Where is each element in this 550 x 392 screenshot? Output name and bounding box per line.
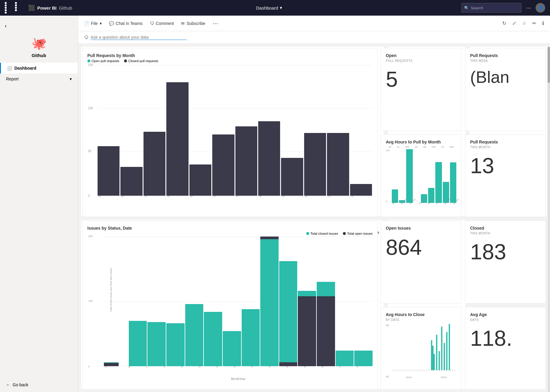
more-options-button[interactable]: ··· xyxy=(526,5,531,11)
issues-l-open-label: Total open issues xyxy=(347,232,373,235)
search-box[interactable]: 🔍 Search xyxy=(461,3,521,13)
pr-bar-mar xyxy=(258,121,280,196)
pr-yl-50: 50 xyxy=(88,149,91,153)
issues-l-closed-dot xyxy=(306,232,309,235)
avg-close-0k: 0K xyxy=(386,375,389,378)
issues-lxl-may19: May-2019 xyxy=(320,366,339,373)
qa-input[interactable] xyxy=(91,35,187,40)
issues-lb-may18 xyxy=(119,237,128,366)
pr-xl-dec: Dec-2019 xyxy=(189,196,213,203)
toolbar-more-icon[interactable]: ⋯ xyxy=(213,20,218,27)
bookmark-icon[interactable]: ☆ xyxy=(522,20,526,26)
avg-close-chart: 5K 0K xyxy=(386,324,456,384)
sidebar-item-report[interactable]: Report ▾ xyxy=(0,74,78,84)
avg-bar-sep xyxy=(399,149,405,203)
avg-hours-values: 52 11 204 33 58 155 79 153 xyxy=(386,146,456,148)
issues-lxl-nov18: Nov-2018 xyxy=(215,366,234,373)
pr-bar-aug xyxy=(98,146,119,196)
edit-icon[interactable]: ✏ xyxy=(532,20,536,26)
v-153: 153 xyxy=(449,146,453,148)
issues-lb-oct18 xyxy=(185,304,204,366)
pr-yl-150: 150 xyxy=(88,63,93,67)
issues-l-inner: 200 100 0 Total closed issues and Total … xyxy=(104,237,373,366)
issues-lxl-may18: May-2018 xyxy=(127,366,146,373)
issues-l-yl-100: 100 xyxy=(88,300,93,303)
pr-xl-feb: Feb-2020 xyxy=(235,196,258,203)
v-155: 155 xyxy=(431,146,435,148)
issues-lxl-jun19: Jun-2019 xyxy=(338,366,357,373)
issues-l-bars xyxy=(104,237,373,366)
avg-bar-feb xyxy=(435,149,442,203)
pr-bar-jan xyxy=(212,134,234,196)
avg-close-title: Avg Hours to Close xyxy=(386,312,456,317)
issues-lxl-apr19: Apr-2019 xyxy=(303,366,322,373)
refresh-icon[interactable]: ↻ xyxy=(502,20,506,26)
info-icon[interactable]: ℹ xyxy=(542,20,544,26)
avg-hours-bars xyxy=(392,149,456,203)
dashboard-dropdown[interactable]: Dashboard ▾ xyxy=(256,5,282,11)
dashboard-label: Dashboard xyxy=(256,5,278,11)
avg-bar-feb-fill xyxy=(435,162,442,203)
svg-rect-2 xyxy=(432,345,434,370)
issues-lb-nov18 xyxy=(204,312,222,366)
open-pr-r-subtitle: PULL REQUESTS xyxy=(386,59,456,62)
avg-bar-oct-fill xyxy=(406,149,412,203)
pr-yl-100: 100 xyxy=(88,107,93,110)
pr-bar-may xyxy=(304,133,326,196)
app-name: Power BI xyxy=(37,5,56,11)
legend-closed-pr: Closed pull requests xyxy=(124,59,158,63)
pr-month-value: 13 xyxy=(470,155,541,176)
vertical-scrollbar[interactable] xyxy=(548,47,550,392)
pr-bars-inner xyxy=(97,65,373,196)
sidebar-workspace-title: Github xyxy=(0,53,78,58)
sidebar-back-btn[interactable]: ← Go back xyxy=(0,378,78,392)
issues-left-legend: Total closed issues Total open issues xyxy=(87,232,373,235)
v-204: 204 xyxy=(405,146,409,148)
file-button[interactable]: 📄 File ▾ xyxy=(84,21,102,26)
search-placeholder: Search xyxy=(471,6,483,10)
qa-icon: 🗨 xyxy=(84,35,88,40)
expand-icon[interactable]: ⤢ xyxy=(512,20,516,26)
issues-lb-jul18 xyxy=(129,321,147,366)
v-33: 33 xyxy=(415,146,418,148)
comment-label: Comment xyxy=(156,21,174,26)
pr-chart-inner: 150 100 50 0 xyxy=(97,65,373,196)
scrollbar-thumb[interactable] xyxy=(548,47,550,83)
issues-lb-dec18 xyxy=(223,331,241,366)
app-grid-icon[interactable] xyxy=(5,2,25,14)
nav-right: 🔍 Search ··· 👤 xyxy=(461,3,545,13)
pr-week-r-subtitle: THIS WEEK xyxy=(470,59,541,62)
pr-xl-sep: Sep-2019 xyxy=(120,196,144,203)
sidebar-collapse-btn[interactable]: ‹ xyxy=(0,20,78,32)
pr-xl-nov: Nov-2019 xyxy=(166,196,189,203)
back-arrow-icon: ← xyxy=(6,382,10,387)
issues-lb-jul19 xyxy=(354,351,373,366)
pr-bar-jul xyxy=(350,184,372,196)
pr-bar-oct xyxy=(144,132,165,196)
avg-bar-dec xyxy=(421,149,427,203)
issues-lb-blank-o xyxy=(104,363,119,366)
issues-lxl-oct18: Oct-2018 xyxy=(198,366,216,373)
pr-week-r-title: Pull Requests xyxy=(470,53,541,58)
pr-xl-aug: Aug-2019 xyxy=(98,196,121,203)
pr-xl-jun: Jun-2020 xyxy=(327,196,350,203)
toolbar: 📄 File ▾ 💬 Chat in Teams 🗨 Comment ✉ Sub… xyxy=(78,16,550,31)
closed-pr-legend-dot xyxy=(124,59,127,62)
file-icon: 📄 xyxy=(84,21,89,26)
top-nav: ⬛ Power BI Github Dashboard ▾ 🔍 Search ·… xyxy=(0,0,550,16)
pr-xl-apr: Apr-2020 xyxy=(281,196,304,203)
avg-hours-pull-card: Avg Hours to Pull by Month 52 11 204 33 … xyxy=(381,134,461,217)
user-avatar[interactable]: 👤 xyxy=(536,3,545,13)
subscribe-button[interactable]: ✉ Subscribe xyxy=(181,21,205,26)
pr-yl-0: 0 xyxy=(88,194,90,198)
issues-lb-feb19 xyxy=(260,237,279,366)
sidebar-item-dashboard[interactable]: ⬜ Dashboard xyxy=(0,63,78,74)
chat-button[interactable]: 💬 Chat in Teams xyxy=(109,21,143,26)
github-logo-icon: 🐙 xyxy=(0,36,78,50)
svg-rect-7 xyxy=(444,343,445,370)
left-charts: Pull Requests by Month Open pull request… xyxy=(81,47,379,391)
issues-lxl-aug18: Aug-2018 xyxy=(162,366,181,373)
pr-month-title: Pull Requests xyxy=(470,140,541,144)
comment-button[interactable]: 🗨 Comment xyxy=(150,21,174,26)
issues-l-yl-200: 200 xyxy=(88,235,93,238)
